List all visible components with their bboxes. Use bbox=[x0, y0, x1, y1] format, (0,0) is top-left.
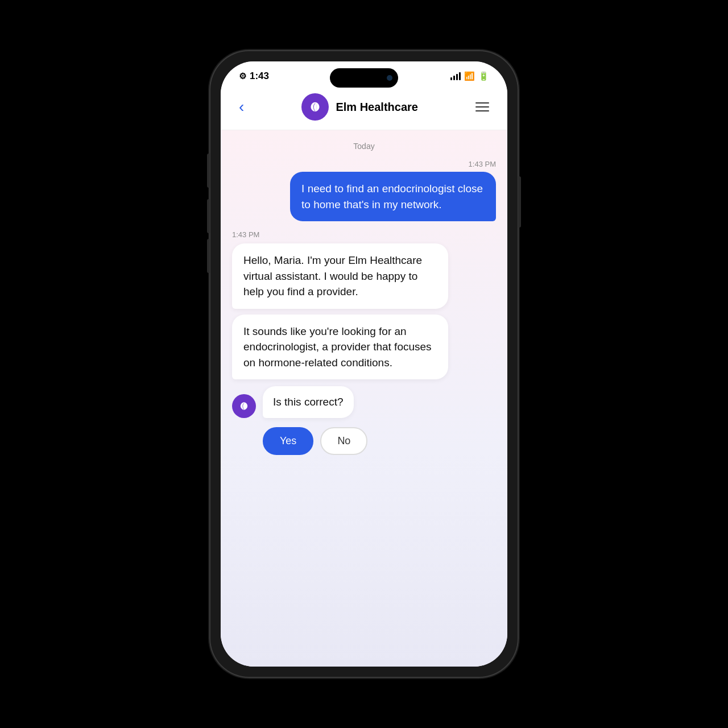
camera-dot bbox=[387, 75, 392, 81]
leaf-icon bbox=[309, 101, 321, 113]
status-time: ⚙ 1:43 bbox=[239, 71, 269, 82]
user-message-group: 1:43 PM I need to find an endocrinologis… bbox=[221, 160, 507, 221]
date-label: Today bbox=[221, 142, 507, 151]
no-button[interactable]: No bbox=[320, 427, 367, 455]
yes-button[interactable]: Yes bbox=[263, 427, 313, 455]
phone-screen: ⚙ 1:43 📶 🔋 ‹ bbox=[221, 61, 507, 667]
dynamic-island bbox=[330, 68, 398, 88]
app-header: ‹ Elm Healthcare bbox=[221, 86, 507, 130]
user-message-time: 1:43 PM bbox=[469, 160, 496, 168]
bot-bubble-1: Hello, Maria. I'm your Elm Healthcare vi… bbox=[232, 243, 448, 309]
bot-leaf-icon bbox=[239, 401, 249, 411]
wifi-icon: 📶 bbox=[464, 71, 475, 81]
header-center: Elm Healthcare bbox=[301, 93, 418, 121]
bot-avatar bbox=[232, 394, 256, 418]
quick-replies: Yes No bbox=[221, 427, 507, 455]
bot-question-bubble: Is this correct? bbox=[263, 386, 354, 418]
phone-frame: ⚙ 1:43 📶 🔋 ‹ bbox=[210, 51, 518, 677]
user-message-bubble: I need to find an endocrinologist close … bbox=[290, 172, 496, 221]
elm-healthcare-logo bbox=[301, 93, 329, 121]
status-icons: 📶 🔋 bbox=[450, 71, 489, 81]
battery-icon: 🔋 bbox=[478, 71, 489, 81]
status-bar: ⚙ 1:43 📶 🔋 bbox=[221, 61, 507, 86]
gear-icon: ⚙ bbox=[239, 71, 246, 81]
bot-message-time: 1:43 PM bbox=[232, 230, 496, 239]
bot-message-group-1: 1:43 PM Hello, Maria. I'm your Elm Healt… bbox=[221, 230, 507, 379]
bot-bubble-2: It sounds like you're looking for an end… bbox=[232, 315, 448, 380]
chat-area: Today 1:43 PM I need to find an endocrin… bbox=[221, 130, 507, 667]
menu-button[interactable] bbox=[471, 100, 494, 114]
bot-avatar-row: Is this correct? bbox=[221, 386, 507, 418]
header-title: Elm Healthcare bbox=[336, 101, 418, 114]
back-button[interactable]: ‹ bbox=[234, 97, 249, 117]
signal-icon bbox=[450, 72, 461, 80]
